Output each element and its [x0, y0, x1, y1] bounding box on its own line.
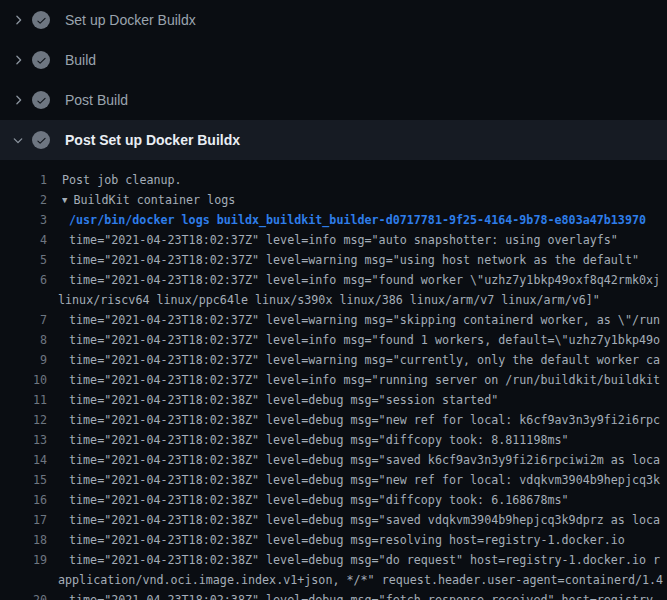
chevron-right-icon	[11, 93, 25, 107]
line-number[interactable]: 20	[0, 590, 47, 600]
log-line: 12 time="2021-04-23T18:02:38Z" level=deb…	[0, 410, 667, 430]
log-line-text: /usr/bin/docker logs buildx_buildkit_bui…	[69, 210, 667, 230]
chevron-right-icon	[11, 53, 25, 67]
log-line: 8 time="2021-04-23T18:02:37Z" level=info…	[0, 330, 667, 350]
log-line: 10 time="2021-04-23T18:02:37Z" level=inf…	[0, 370, 667, 390]
line-number[interactable]: 5	[0, 250, 47, 270]
step-header-1[interactable]: Build	[0, 40, 667, 80]
group-collapse-icon[interactable]: ▼	[62, 190, 67, 210]
log-line: 6 time="2021-04-23T18:02:37Z" level=info…	[0, 270, 667, 290]
group-title[interactable]: BuildKit container logs	[73, 193, 235, 207]
step-list: Set up Docker Buildx Build Post Build Po…	[0, 0, 667, 160]
log-line: 1 Post job cleanup.	[0, 170, 667, 190]
log-line: 9 time="2021-04-23T18:02:37Z" level=warn…	[0, 350, 667, 370]
line-number[interactable]: 10	[0, 370, 47, 390]
log-line: 13 time="2021-04-23T18:02:38Z" level=deb…	[0, 430, 667, 450]
log-line-text: time="2021-04-23T18:02:38Z" level=debug …	[69, 410, 667, 430]
line-number[interactable]: 18	[0, 530, 47, 550]
log-line-text: time="2021-04-23T18:02:38Z" level=debug …	[69, 390, 667, 410]
line-number[interactable]: 1	[0, 170, 47, 190]
line-number[interactable]: 16	[0, 490, 47, 510]
step-name: Build	[65, 52, 96, 68]
log-line-text: time="2021-04-23T18:02:37Z" level=info m…	[69, 230, 667, 250]
log-line-text: time="2021-04-23T18:02:37Z" level=warnin…	[69, 350, 667, 370]
log-line-text: time="2021-04-23T18:02:37Z" level=info m…	[69, 270, 667, 290]
log-line-text: Post job cleanup.	[62, 170, 667, 190]
log-line: 2 ▼BuildKit container logs	[0, 190, 667, 210]
line-number[interactable]: 11	[0, 390, 47, 410]
check-circle-icon	[32, 51, 50, 69]
log-line: 18 time="2021-04-23T18:02:38Z" level=deb…	[0, 530, 667, 550]
log-line-continuation: linux/riscv64 linux/ppc64le linux/s390x …	[0, 290, 667, 310]
log-line: 17 time="2021-04-23T18:02:38Z" level=deb…	[0, 510, 667, 530]
line-number[interactable]: 6	[0, 270, 47, 290]
chevron-down-icon	[11, 133, 25, 147]
line-number[interactable]: 3	[0, 210, 47, 230]
log-output: 1 Post job cleanup. 2 ▼BuildKit containe…	[0, 160, 667, 600]
log-line: 4 time="2021-04-23T18:02:37Z" level=info…	[0, 230, 667, 250]
line-number[interactable]: 8	[0, 330, 47, 350]
line-number[interactable]: 12	[0, 410, 47, 430]
line-number[interactable]: 19	[0, 550, 47, 570]
log-line-text: time="2021-04-23T18:02:38Z" level=debug …	[69, 590, 667, 600]
actions-log-viewer: Set up Docker Buildx Build Post Build Po…	[0, 0, 667, 600]
log-line-text: time="2021-04-23T18:02:38Z" level=debug …	[69, 470, 667, 490]
step-header-2[interactable]: Post Build	[0, 80, 667, 120]
check-circle-icon	[32, 131, 50, 149]
line-number[interactable]: 14	[0, 450, 47, 470]
chevron-right-icon	[11, 13, 25, 27]
log-line-text: time="2021-04-23T18:02:38Z" level=debug …	[69, 450, 667, 470]
log-line-text: time="2021-04-23T18:02:38Z" level=debug …	[69, 490, 667, 510]
log-line-text: time="2021-04-23T18:02:37Z" level=info m…	[69, 370, 667, 390]
log-line-text: time="2021-04-23T18:02:38Z" level=debug …	[69, 530, 667, 550]
line-number[interactable]: 7	[0, 310, 47, 330]
log-line-text: linux/riscv64 linux/ppc64le linux/s390x …	[58, 290, 667, 310]
log-line: 3 /usr/bin/docker logs buildx_buildkit_b…	[0, 210, 667, 230]
step-name: Post Build	[65, 92, 128, 108]
log-line: 15 time="2021-04-23T18:02:38Z" level=deb…	[0, 470, 667, 490]
log-line-text: time="2021-04-23T18:02:37Z" level=warnin…	[69, 310, 667, 330]
step-header-3[interactable]: Post Set up Docker Buildx	[0, 120, 667, 160]
log-line-text: time="2021-04-23T18:02:38Z" level=debug …	[69, 510, 667, 530]
log-line-text: time="2021-04-23T18:02:37Z" level=info m…	[69, 330, 667, 350]
log-line-text: time="2021-04-23T18:02:38Z" level=debug …	[69, 430, 667, 450]
line-number[interactable]: 13	[0, 430, 47, 450]
log-line: 14 time="2021-04-23T18:02:38Z" level=deb…	[0, 450, 667, 470]
line-number[interactable]: 9	[0, 350, 47, 370]
check-circle-icon	[32, 11, 50, 29]
check-circle-icon	[32, 91, 50, 109]
line-number[interactable]: 15	[0, 470, 47, 490]
line-number[interactable]: 2	[0, 190, 47, 210]
step-name: Set up Docker Buildx	[65, 12, 196, 28]
log-line: 20 time="2021-04-23T18:02:38Z" level=deb…	[0, 590, 667, 600]
log-line-text: time="2021-04-23T18:02:38Z" level=debug …	[69, 550, 667, 570]
step-header-0[interactable]: Set up Docker Buildx	[0, 0, 667, 40]
log-line: 7 time="2021-04-23T18:02:37Z" level=warn…	[0, 310, 667, 330]
log-line-continuation: application/vnd.oci.image.index.v1+json,…	[0, 570, 667, 590]
log-line-text: time="2021-04-23T18:02:37Z" level=warnin…	[69, 250, 667, 270]
log-line: 5 time="2021-04-23T18:02:37Z" level=warn…	[0, 250, 667, 270]
log-line: 19 time="2021-04-23T18:02:38Z" level=deb…	[0, 550, 667, 570]
log-line: 16 time="2021-04-23T18:02:38Z" level=deb…	[0, 490, 667, 510]
log-line: 11 time="2021-04-23T18:02:38Z" level=deb…	[0, 390, 667, 410]
line-number[interactable]: 17	[0, 510, 47, 530]
log-line-text: ▼BuildKit container logs	[62, 190, 667, 210]
log-line-text: application/vnd.oci.image.index.v1+json,…	[58, 570, 667, 590]
line-number[interactable]: 4	[0, 230, 47, 250]
step-name: Post Set up Docker Buildx	[65, 132, 240, 148]
